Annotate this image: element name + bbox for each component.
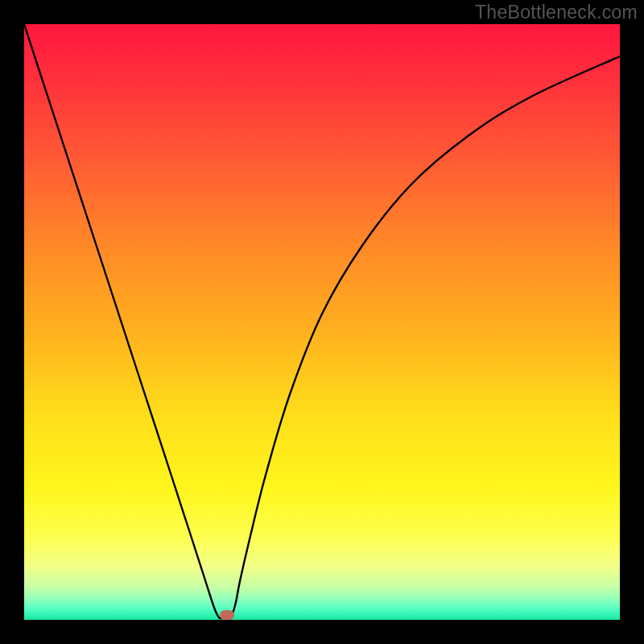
watermark-text: TheBottleneck.com bbox=[475, 2, 638, 23]
bottleneck-curve bbox=[24, 24, 620, 618]
minimum-marker bbox=[220, 610, 234, 620]
chart-frame: TheBottleneck.com bbox=[0, 0, 644, 644]
plot-area bbox=[24, 24, 620, 620]
curve-svg bbox=[24, 24, 620, 620]
